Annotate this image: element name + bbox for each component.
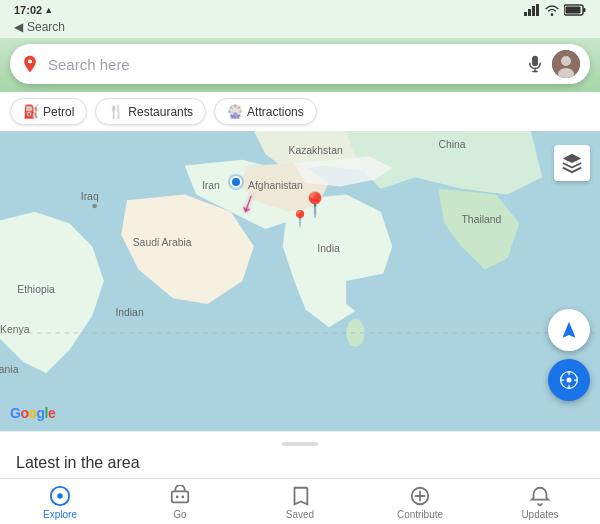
chip-attractions-label: Attractions: [247, 105, 304, 119]
my-location-button[interactable]: [548, 309, 590, 351]
nav-back[interactable]: ◀ Search: [0, 18, 600, 38]
svg-point-7: [28, 59, 32, 63]
search-bar-container: Search here: [0, 38, 600, 92]
nav-updates[interactable]: Updates: [480, 485, 600, 520]
svg-text:China: China: [438, 139, 465, 150]
contribute-nav-label: Contribute: [397, 509, 443, 520]
svg-text:India: India: [317, 243, 340, 254]
map-area[interactable]: Ethiopia Kenya Tanzania Saudi Arabia Ira…: [0, 131, 600, 431]
layer-toggle-button[interactable]: [554, 145, 590, 181]
status-bar: 17:02 ▲: [0, 0, 600, 18]
chip-petrol-label: Petrol: [43, 105, 74, 119]
svg-point-11: [561, 56, 571, 66]
updates-nav-icon: [529, 485, 551, 507]
explore-button[interactable]: [548, 359, 590, 401]
nav-explore[interactable]: Explore: [0, 485, 120, 520]
navigation-icon: [559, 320, 579, 340]
svg-text:Iran: Iran: [202, 180, 220, 191]
explore-nav-label: Explore: [43, 509, 77, 520]
current-location-dot: [230, 176, 242, 188]
direction-arrow: ▲: [44, 5, 53, 15]
go-nav-icon: [169, 485, 191, 507]
compass-icon: [559, 370, 579, 390]
map-controls: [548, 309, 590, 401]
bottom-navigation: Explore Go Saved Contribute Updates: [0, 478, 600, 524]
drag-handle[interactable]: [282, 442, 318, 446]
attractions-icon: 🎡: [227, 104, 243, 119]
svg-text:Thailand: Thailand: [462, 214, 502, 225]
status-icons: [524, 4, 586, 16]
layers-icon: [561, 152, 583, 174]
svg-rect-2: [532, 6, 535, 16]
saved-nav-icon: [289, 485, 311, 507]
mic-icon[interactable]: [526, 55, 544, 73]
chip-attractions[interactable]: 🎡 Attractions: [214, 98, 317, 125]
signal-icon: [524, 4, 540, 16]
svg-text:Tanzania: Tanzania: [0, 364, 19, 375]
svg-text:Kazakhstan: Kazakhstan: [288, 145, 342, 156]
svg-rect-5: [583, 8, 586, 12]
nav-go[interactable]: Go: [120, 485, 240, 520]
explore-nav-icon: [49, 485, 71, 507]
restaurants-icon: 🍴: [108, 104, 124, 119]
google-logo: Google: [10, 405, 55, 421]
svg-point-35: [181, 496, 184, 499]
status-time: 17:02 ▲: [14, 4, 53, 16]
svg-rect-33: [172, 491, 189, 502]
google-maps-logo: [20, 54, 40, 74]
chip-restaurants[interactable]: 🍴 Restaurants: [95, 98, 206, 125]
contribute-nav-icon: [409, 485, 431, 507]
svg-rect-1: [528, 9, 531, 16]
battery-icon: [564, 4, 586, 16]
bottom-panel: Latest in the area: [0, 431, 600, 478]
svg-point-30: [567, 378, 572, 383]
svg-rect-6: [566, 7, 581, 14]
chip-petrol[interactable]: ⛽ Petrol: [10, 98, 87, 125]
svg-point-34: [176, 496, 179, 499]
svg-point-32: [57, 493, 63, 499]
user-avatar[interactable]: [552, 50, 580, 78]
svg-text:Indian: Indian: [115, 307, 143, 318]
secondary-pin: 📍: [290, 209, 310, 228]
nav-contribute[interactable]: Contribute: [360, 485, 480, 520]
petrol-icon: ⛽: [23, 104, 39, 119]
go-nav-label: Go: [173, 509, 186, 520]
search-bar[interactable]: Search here: [10, 44, 590, 84]
svg-rect-3: [536, 4, 539, 16]
search-placeholder: Search here: [48, 56, 518, 73]
chip-restaurants-label: Restaurants: [128, 105, 193, 119]
back-label: Search: [27, 20, 65, 34]
updates-nav-label: Updates: [521, 509, 558, 520]
svg-text:Ethiopia: Ethiopia: [17, 284, 55, 295]
panel-title: Latest in the area: [16, 454, 584, 472]
svg-text:Iraq: Iraq: [81, 191, 99, 202]
time-display: 17:02: [14, 4, 42, 16]
saved-nav-label: Saved: [286, 509, 314, 520]
back-arrow: ◀: [14, 20, 23, 34]
svg-text:Afghanistan: Afghanistan: [248, 180, 303, 191]
svg-text:Kenya: Kenya: [0, 324, 30, 335]
svg-text:Saudi Arabia: Saudi Arabia: [133, 237, 192, 248]
filter-chips: ⛽ Petrol 🍴 Restaurants 🎡 Attractions: [0, 92, 600, 131]
nav-saved[interactable]: Saved: [240, 485, 360, 520]
svg-rect-0: [524, 12, 527, 16]
svg-point-27: [92, 204, 97, 209]
wifi-icon: [544, 4, 560, 16]
